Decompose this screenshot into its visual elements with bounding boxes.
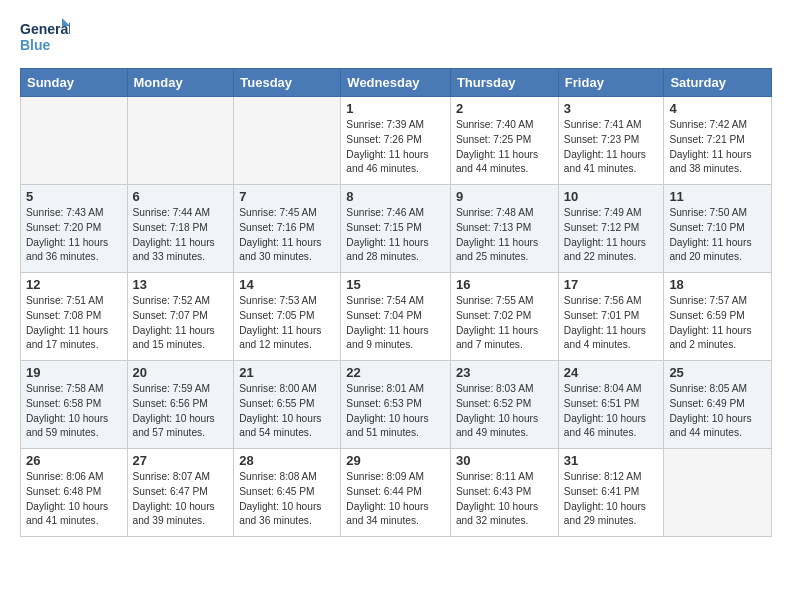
table-row: 8Sunrise: 7:46 AM Sunset: 7:15 PM Daylig…: [341, 185, 451, 273]
table-row: 27Sunrise: 8:07 AM Sunset: 6:47 PM Dayli…: [127, 449, 234, 537]
day-number: 4: [669, 101, 766, 116]
day-info: Sunrise: 8:07 AM Sunset: 6:47 PM Dayligh…: [133, 470, 229, 529]
day-number: 30: [456, 453, 553, 468]
day-info: Sunrise: 7:46 AM Sunset: 7:15 PM Dayligh…: [346, 206, 445, 265]
day-info: Sunrise: 7:44 AM Sunset: 7:18 PM Dayligh…: [133, 206, 229, 265]
day-info: Sunrise: 7:51 AM Sunset: 7:08 PM Dayligh…: [26, 294, 122, 353]
day-info: Sunrise: 7:59 AM Sunset: 6:56 PM Dayligh…: [133, 382, 229, 441]
day-info: Sunrise: 7:56 AM Sunset: 7:01 PM Dayligh…: [564, 294, 659, 353]
day-number: 22: [346, 365, 445, 380]
day-number: 26: [26, 453, 122, 468]
day-info: Sunrise: 7:42 AM Sunset: 7:21 PM Dayligh…: [669, 118, 766, 177]
day-number: 9: [456, 189, 553, 204]
day-info: Sunrise: 8:11 AM Sunset: 6:43 PM Dayligh…: [456, 470, 553, 529]
day-number: 3: [564, 101, 659, 116]
logo-svg: General Blue: [20, 16, 70, 56]
day-info: Sunrise: 7:58 AM Sunset: 6:58 PM Dayligh…: [26, 382, 122, 441]
table-row: 29Sunrise: 8:09 AM Sunset: 6:44 PM Dayli…: [341, 449, 451, 537]
day-info: Sunrise: 7:45 AM Sunset: 7:16 PM Dayligh…: [239, 206, 335, 265]
table-row: 14Sunrise: 7:53 AM Sunset: 7:05 PM Dayli…: [234, 273, 341, 361]
day-number: 7: [239, 189, 335, 204]
day-number: 17: [564, 277, 659, 292]
table-row: 21Sunrise: 8:00 AM Sunset: 6:55 PM Dayli…: [234, 361, 341, 449]
day-info: Sunrise: 7:41 AM Sunset: 7:23 PM Dayligh…: [564, 118, 659, 177]
table-row: 15Sunrise: 7:54 AM Sunset: 7:04 PM Dayli…: [341, 273, 451, 361]
calendar-week-row: 12Sunrise: 7:51 AM Sunset: 7:08 PM Dayli…: [21, 273, 772, 361]
day-number: 14: [239, 277, 335, 292]
day-info: Sunrise: 8:08 AM Sunset: 6:45 PM Dayligh…: [239, 470, 335, 529]
col-saturday: Saturday: [664, 69, 772, 97]
day-info: Sunrise: 7:43 AM Sunset: 7:20 PM Dayligh…: [26, 206, 122, 265]
day-number: 6: [133, 189, 229, 204]
calendar-week-row: 19Sunrise: 7:58 AM Sunset: 6:58 PM Dayli…: [21, 361, 772, 449]
table-row: 11Sunrise: 7:50 AM Sunset: 7:10 PM Dayli…: [664, 185, 772, 273]
day-number: 18: [669, 277, 766, 292]
col-friday: Friday: [558, 69, 664, 97]
table-row: 22Sunrise: 8:01 AM Sunset: 6:53 PM Dayli…: [341, 361, 451, 449]
logo: General Blue: [20, 16, 70, 56]
table-row: 4Sunrise: 7:42 AM Sunset: 7:21 PM Daylig…: [664, 97, 772, 185]
day-info: Sunrise: 7:57 AM Sunset: 6:59 PM Dayligh…: [669, 294, 766, 353]
day-info: Sunrise: 8:06 AM Sunset: 6:48 PM Dayligh…: [26, 470, 122, 529]
svg-text:Blue: Blue: [20, 37, 51, 53]
day-info: Sunrise: 8:00 AM Sunset: 6:55 PM Dayligh…: [239, 382, 335, 441]
day-number: 24: [564, 365, 659, 380]
table-row: 23Sunrise: 8:03 AM Sunset: 6:52 PM Dayli…: [450, 361, 558, 449]
table-row: 26Sunrise: 8:06 AM Sunset: 6:48 PM Dayli…: [21, 449, 128, 537]
calendar-header-row: Sunday Monday Tuesday Wednesday Thursday…: [21, 69, 772, 97]
day-info: Sunrise: 7:52 AM Sunset: 7:07 PM Dayligh…: [133, 294, 229, 353]
table-row: 28Sunrise: 8:08 AM Sunset: 6:45 PM Dayli…: [234, 449, 341, 537]
table-row: 6Sunrise: 7:44 AM Sunset: 7:18 PM Daylig…: [127, 185, 234, 273]
table-row: 12Sunrise: 7:51 AM Sunset: 7:08 PM Dayli…: [21, 273, 128, 361]
calendar-week-row: 26Sunrise: 8:06 AM Sunset: 6:48 PM Dayli…: [21, 449, 772, 537]
day-info: Sunrise: 7:50 AM Sunset: 7:10 PM Dayligh…: [669, 206, 766, 265]
table-row: 18Sunrise: 7:57 AM Sunset: 6:59 PM Dayli…: [664, 273, 772, 361]
table-row: 3Sunrise: 7:41 AM Sunset: 7:23 PM Daylig…: [558, 97, 664, 185]
calendar-table: Sunday Monday Tuesday Wednesday Thursday…: [20, 68, 772, 537]
table-row: 13Sunrise: 7:52 AM Sunset: 7:07 PM Dayli…: [127, 273, 234, 361]
day-number: 8: [346, 189, 445, 204]
day-number: 2: [456, 101, 553, 116]
day-number: 15: [346, 277, 445, 292]
table-row: 20Sunrise: 7:59 AM Sunset: 6:56 PM Dayli…: [127, 361, 234, 449]
day-info: Sunrise: 7:49 AM Sunset: 7:12 PM Dayligh…: [564, 206, 659, 265]
table-row: 17Sunrise: 7:56 AM Sunset: 7:01 PM Dayli…: [558, 273, 664, 361]
day-number: 20: [133, 365, 229, 380]
col-tuesday: Tuesday: [234, 69, 341, 97]
day-number: 1: [346, 101, 445, 116]
day-number: 29: [346, 453, 445, 468]
day-number: 5: [26, 189, 122, 204]
table-row: [664, 449, 772, 537]
day-info: Sunrise: 7:40 AM Sunset: 7:25 PM Dayligh…: [456, 118, 553, 177]
col-wednesday: Wednesday: [341, 69, 451, 97]
day-number: 19: [26, 365, 122, 380]
day-number: 28: [239, 453, 335, 468]
day-number: 16: [456, 277, 553, 292]
day-info: Sunrise: 7:48 AM Sunset: 7:13 PM Dayligh…: [456, 206, 553, 265]
table-row: [127, 97, 234, 185]
day-info: Sunrise: 8:03 AM Sunset: 6:52 PM Dayligh…: [456, 382, 553, 441]
calendar-week-row: 1Sunrise: 7:39 AM Sunset: 7:26 PM Daylig…: [21, 97, 772, 185]
day-number: 23: [456, 365, 553, 380]
table-row: 2Sunrise: 7:40 AM Sunset: 7:25 PM Daylig…: [450, 97, 558, 185]
table-row: 16Sunrise: 7:55 AM Sunset: 7:02 PM Dayli…: [450, 273, 558, 361]
table-row: 5Sunrise: 7:43 AM Sunset: 7:20 PM Daylig…: [21, 185, 128, 273]
table-row: 7Sunrise: 7:45 AM Sunset: 7:16 PM Daylig…: [234, 185, 341, 273]
page: General Blue Sunday Monday Tuesday Wedne…: [0, 0, 792, 612]
day-info: Sunrise: 8:04 AM Sunset: 6:51 PM Dayligh…: [564, 382, 659, 441]
table-row: 25Sunrise: 8:05 AM Sunset: 6:49 PM Dayli…: [664, 361, 772, 449]
day-info: Sunrise: 8:01 AM Sunset: 6:53 PM Dayligh…: [346, 382, 445, 441]
day-number: 13: [133, 277, 229, 292]
col-thursday: Thursday: [450, 69, 558, 97]
day-number: 27: [133, 453, 229, 468]
table-row: [21, 97, 128, 185]
day-number: 11: [669, 189, 766, 204]
day-number: 25: [669, 365, 766, 380]
day-info: Sunrise: 7:39 AM Sunset: 7:26 PM Dayligh…: [346, 118, 445, 177]
day-number: 12: [26, 277, 122, 292]
header: General Blue: [20, 16, 772, 56]
day-number: 10: [564, 189, 659, 204]
table-row: 10Sunrise: 7:49 AM Sunset: 7:12 PM Dayli…: [558, 185, 664, 273]
col-sunday: Sunday: [21, 69, 128, 97]
day-info: Sunrise: 8:12 AM Sunset: 6:41 PM Dayligh…: [564, 470, 659, 529]
